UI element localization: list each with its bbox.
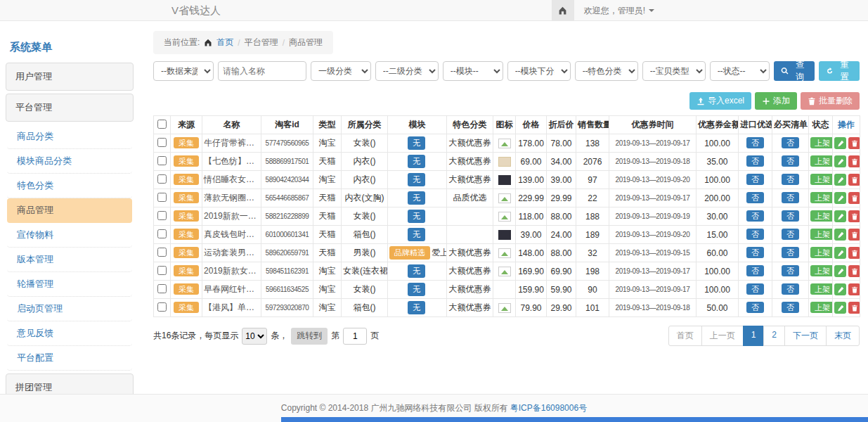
delete-button[interactable] xyxy=(848,210,860,222)
status-badge[interactable]: 上架 xyxy=(810,229,833,240)
sidebar-subitem[interactable]: 版本管理 xyxy=(7,248,132,272)
edit-button[interactable] xyxy=(834,192,846,204)
delete-button[interactable] xyxy=(848,229,860,241)
sidebar-subitem[interactable]: 特色分类 xyxy=(7,174,132,198)
sidebar-subitem[interactable]: 轮播管理 xyxy=(7,272,132,297)
page-button[interactable]: 上一页 xyxy=(701,326,744,346)
row-checkbox[interactable] xyxy=(157,193,167,202)
import-select-badge[interactable]: 否 xyxy=(746,155,764,167)
filter-select[interactable]: --模块下分类-- xyxy=(507,61,571,81)
search-button[interactable]: 查询 xyxy=(774,61,815,81)
import-select-badge[interactable]: 否 xyxy=(746,174,764,185)
delete-button[interactable] xyxy=(848,192,860,204)
filter-select[interactable]: --模块-- xyxy=(443,61,503,81)
edit-button[interactable] xyxy=(834,137,846,149)
select-all-checkbox[interactable] xyxy=(157,120,167,129)
filter-select[interactable]: --二级分类-- xyxy=(375,61,439,81)
edit-button[interactable] xyxy=(834,174,846,186)
status-badge[interactable]: 上架 xyxy=(810,210,833,222)
sidebar-item[interactable]: 平台管理 xyxy=(6,94,134,122)
data-source-select[interactable]: --数据来源-- xyxy=(153,61,214,81)
must-buy-badge[interactable]: 否 xyxy=(782,192,799,203)
sidebar-subitem[interactable]: 平台配置 xyxy=(7,346,132,371)
edit-button[interactable] xyxy=(834,155,846,167)
import-select-badge[interactable]: 否 xyxy=(746,137,764,148)
import-select-badge[interactable]: 否 xyxy=(746,283,764,295)
delete-button[interactable] xyxy=(848,265,860,277)
status-badge[interactable]: 上架 xyxy=(810,265,833,276)
row-checkbox[interactable] xyxy=(157,211,167,220)
edit-button[interactable] xyxy=(834,210,846,222)
home-button[interactable] xyxy=(552,0,574,21)
status-badge[interactable]: 上架 xyxy=(810,192,833,203)
edit-button[interactable] xyxy=(834,302,846,314)
must-buy-badge[interactable]: 否 xyxy=(782,137,799,148)
sidebar-subitem[interactable]: 模块商品分类 xyxy=(7,149,132,174)
import-select-badge[interactable]: 否 xyxy=(746,302,764,313)
row-checkbox[interactable] xyxy=(157,174,167,184)
sidebar-subitem[interactable]: 商品管理 xyxy=(7,198,132,223)
status-badge[interactable]: 上架 xyxy=(810,174,833,185)
page-button[interactable]: 2 xyxy=(763,326,785,346)
filter-select[interactable]: --特色分类-- xyxy=(575,61,638,81)
must-buy-badge[interactable]: 否 xyxy=(782,265,799,276)
status-badge[interactable]: 上架 xyxy=(810,137,833,148)
row-checkbox[interactable] xyxy=(157,156,167,165)
name-search-input[interactable] xyxy=(218,61,306,81)
sidebar-subitem[interactable]: 意见反馈 xyxy=(7,321,132,346)
must-buy-badge[interactable]: 否 xyxy=(782,302,799,313)
import-select-badge[interactable]: 否 xyxy=(746,247,764,258)
jump-page-input[interactable] xyxy=(343,328,367,345)
must-buy-badge[interactable]: 否 xyxy=(782,229,799,240)
import-excel-button[interactable]: 导入excel xyxy=(689,92,751,110)
must-buy-badge[interactable]: 否 xyxy=(782,247,799,258)
status-badge[interactable]: 上架 xyxy=(810,155,833,167)
must-buy-badge[interactable]: 否 xyxy=(782,283,799,295)
breadcrumb-home-link[interactable]: 首页 xyxy=(216,37,233,49)
filter-select[interactable]: 一级分类 xyxy=(311,61,371,81)
import-select-badge[interactable]: 否 xyxy=(746,210,764,222)
add-button[interactable]: 添加 xyxy=(755,92,797,110)
icp-link[interactable]: 粤ICP备16098006号 xyxy=(510,402,587,414)
status-badge[interactable]: 上架 xyxy=(810,302,833,313)
row-checkbox[interactable] xyxy=(157,229,167,238)
filter-select[interactable]: --状态-- xyxy=(710,61,770,81)
reset-button[interactable]: 重置 xyxy=(819,61,860,81)
edit-button[interactable] xyxy=(834,247,846,259)
batch-delete-button[interactable]: 批量删除 xyxy=(801,92,860,110)
delete-button[interactable] xyxy=(848,137,860,149)
must-buy-badge[interactable]: 否 xyxy=(782,210,799,222)
horizontal-scrollbar-thumb[interactable] xyxy=(281,417,868,422)
row-checkbox[interactable] xyxy=(157,284,167,293)
delete-button[interactable] xyxy=(848,283,860,295)
row-checkbox[interactable] xyxy=(157,302,167,312)
delete-button[interactable] xyxy=(848,302,860,314)
sidebar-subitem[interactable]: 商品分类 xyxy=(7,124,132,149)
status-badge[interactable]: 上架 xyxy=(810,247,833,258)
must-buy-badge[interactable]: 否 xyxy=(782,155,799,167)
must-buy-badge[interactable]: 否 xyxy=(782,174,799,185)
row-checkbox[interactable] xyxy=(157,266,167,275)
row-checkbox[interactable] xyxy=(157,248,167,257)
edit-button[interactable] xyxy=(834,283,846,295)
delete-button[interactable] xyxy=(848,247,860,259)
delete-button[interactable] xyxy=(848,155,860,167)
filter-select[interactable]: --宝贝类型-- xyxy=(642,61,706,81)
row-checkbox[interactable] xyxy=(157,138,167,147)
status-badge[interactable]: 上架 xyxy=(810,283,833,295)
jump-button[interactable]: 跳转到 xyxy=(291,328,328,345)
sidebar-subitem[interactable]: 宣传物料 xyxy=(7,223,132,248)
sidebar-item[interactable]: 用户管理 xyxy=(6,63,134,91)
import-select-badge[interactable]: 否 xyxy=(746,229,764,240)
delete-button[interactable] xyxy=(848,174,860,186)
page-button[interactable]: 首页 xyxy=(668,326,702,346)
user-menu[interactable]: 欢迎您，管理员! xyxy=(574,0,664,21)
per-page-select[interactable]: 10 xyxy=(242,328,267,345)
page-button[interactable]: 末页 xyxy=(826,326,860,346)
edit-button[interactable] xyxy=(834,229,846,241)
page-button[interactable]: 1 xyxy=(743,326,765,346)
edit-button[interactable] xyxy=(834,265,846,277)
import-select-badge[interactable]: 否 xyxy=(746,265,764,276)
page-button[interactable]: 下一页 xyxy=(784,326,827,346)
import-select-badge[interactable]: 否 xyxy=(746,192,764,203)
